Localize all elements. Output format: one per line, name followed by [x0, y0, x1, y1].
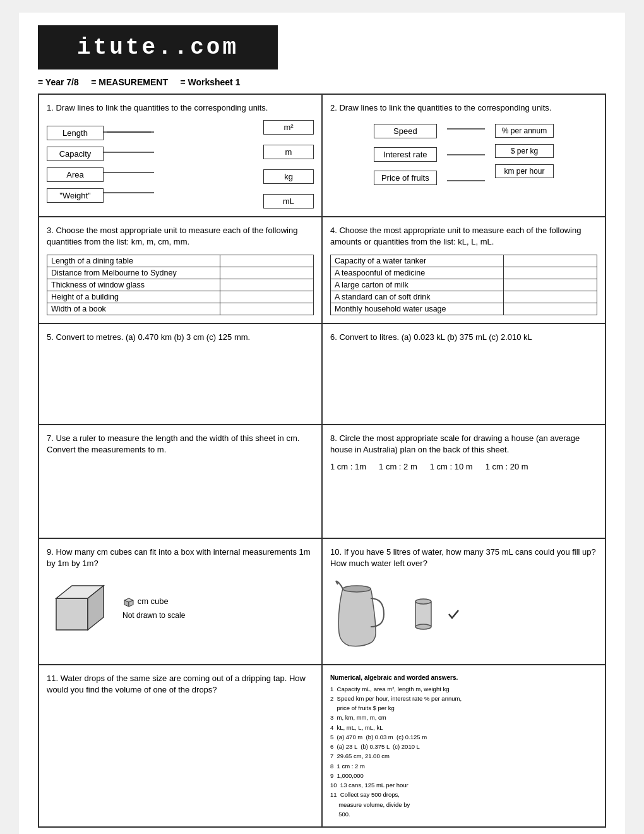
q4-row2-label: A large carton of milk: [331, 279, 504, 291]
q2-right-1: $ per kg: [495, 144, 554, 158]
answer-line-8: 9 1,000,000: [330, 771, 597, 780]
q10-content: [330, 579, 597, 649]
table-row: A large carton of milk: [331, 279, 597, 291]
q1-right-0: m²: [263, 120, 314, 135]
header-line: = Year 7/8 = MEASUREMENT = Worksheet 1: [38, 77, 606, 87]
q9-title: 9. How many cm cubes can fit into a box …: [47, 547, 314, 569]
table-row: Thickness of window glass: [47, 279, 314, 291]
table-row: Monthly household water usage: [331, 303, 597, 315]
page: itute..com = Year 7/8 = MEASUREMENT = Wo…: [19, 13, 625, 834]
q2-left-0: Speed: [374, 124, 437, 138]
q1-left-0: Length: [47, 126, 104, 140]
answer-line-3: 4 kL, mL, L, mL, kL: [330, 723, 597, 732]
header-worksheet: = Worksheet 1: [180, 77, 240, 87]
answers-list: 1 Capacity mL, area m², length m, weight…: [330, 685, 597, 819]
svg-marker-8: [56, 598, 88, 630]
answer-line-4: 5 (a) 470 m (b) 0.03 m (c) 0.125 m: [330, 733, 597, 742]
q9-cell: 9. How many cm cubes can fit into a box …: [39, 538, 322, 665]
header-subject: = MEASUREMENT: [91, 77, 168, 87]
q2-lines-svg: [447, 120, 485, 190]
q8-cell: 8. Circle the most appropriate scale for…: [322, 425, 605, 538]
small-can-svg: [412, 595, 434, 633]
answers-section: Numerical, algebraic and worded answers.…: [330, 673, 597, 819]
answer-line-10: 11 Collect say 500 drops,: [330, 790, 597, 799]
q8-title: 8. Circle the most appropriate scale for…: [330, 433, 597, 456]
q4-cell: 4. Choose the most appropriate unit to m…: [322, 217, 605, 323]
small-cube-icon: [122, 596, 135, 608]
q1-lines-svg: [104, 123, 263, 205]
q1-cell: 1. Draw lines to link the quantities to …: [39, 94, 322, 217]
q9-cube-label-area: cm cube Not drawn to scale: [122, 596, 185, 620]
q11-title: 11. Water drops of the same size are com…: [47, 673, 314, 696]
svg-point-16: [415, 599, 431, 604]
q3-row2-answer: [220, 279, 314, 291]
answer-line-1: 2 Speed km per hour, interest rate % per…: [330, 694, 597, 703]
q7-cell: 7. Use a ruler to measure the length and…: [39, 425, 322, 538]
answers-title: Numerical, algebraic and worded answers.: [330, 673, 597, 682]
q4-table: Capacity of a water tanker A teaspoonful…: [330, 255, 597, 315]
q1-right-2: kg: [263, 169, 314, 184]
q5-cell: 5. Convert to metres. (a) 0.470 km (b) 3…: [39, 323, 322, 425]
answer-line-5: 6 (a) 23 L (b) 0.375 L (c) 2010 L: [330, 742, 597, 751]
q4-row0-label: Capacity of a water tanker: [331, 255, 504, 267]
q2-right-2: km per hour: [495, 164, 554, 178]
q3-row0-label: Length of a dining table: [47, 255, 220, 267]
q4-row0-answer: [504, 255, 597, 267]
q2-cell: 2. Draw lines to link the quantities to …: [322, 94, 605, 217]
answer-line-9: 10 13 cans, 125 mL per hour: [330, 781, 597, 790]
q1-right-1: m: [263, 145, 314, 159]
q7-title: 7. Use a ruler to measure the length and…: [47, 433, 314, 456]
q10-cell: 10. If you have 5 litres of water, how m…: [322, 538, 605, 665]
q2-left-col: Speed Interest rate Price of fruits: [374, 124, 437, 185]
q2-right-0: % per annum: [495, 124, 554, 138]
table-row: Width of a book: [47, 303, 314, 315]
main-grid: 1. Draw lines to link the quantities to …: [38, 94, 606, 828]
logo-box: itute..com: [38, 25, 278, 70]
q1-right-3: mL: [263, 194, 314, 208]
answer-line-0: 1 Capacity mL, area m², length m, weight…: [330, 685, 597, 694]
water-jug-svg: [330, 579, 387, 649]
table-row: Height of a building: [47, 291, 314, 303]
q1-left-3: "Weight": [47, 188, 104, 203]
answer-line-7: 8 1 cm : 2 m: [330, 762, 597, 771]
q4-row4-label: Monthly household water usage: [331, 303, 504, 315]
q4-row3-label: A standard can of soft drink: [331, 291, 504, 303]
table-row: Length of a dining table: [47, 255, 314, 267]
q9-note: Not drawn to scale: [122, 611, 185, 620]
q8-scale-1: 1 cm : 2 m: [379, 462, 417, 471]
q6-cell: 6. Convert to litres. (a) 0.023 kL (b) 3…: [322, 323, 605, 425]
answers-cell: Numerical, algebraic and worded answers.…: [322, 665, 605, 828]
q9-cube-label: cm cube: [138, 596, 169, 606]
q4-title: 4. Choose the most appropriate unit to m…: [330, 225, 597, 248]
q4-row4-answer: [504, 303, 597, 315]
checkmark-icon: [447, 608, 460, 620]
q2-right-col: % per annum $ per kg km per hour: [495, 124, 554, 178]
q8-scale-0: 1 cm : 1m: [330, 462, 366, 471]
q3-row4-label: Width of a book: [47, 303, 220, 315]
q3-row2-label: Thickness of window glass: [47, 279, 220, 291]
q3-row1-answer: [220, 267, 314, 279]
q2-left-1: Interest rate: [374, 147, 437, 162]
q4-row2-answer: [504, 279, 597, 291]
svg-point-14: [343, 586, 371, 592]
q1-left-2: Area: [47, 167, 104, 182]
logo-text: itute..com: [77, 35, 239, 61]
cube-3d-svg: [47, 579, 110, 636]
q3-row3-label: Height of a building: [47, 291, 220, 303]
q1-left-1: Capacity: [47, 147, 104, 161]
table-row: A teaspoonful of medicine: [331, 267, 597, 279]
svg-point-17: [415, 624, 431, 629]
q1-left-col: Length Capacity Area "Weight": [47, 126, 104, 203]
table-row: Capacity of a water tanker: [331, 255, 597, 267]
table-row: A standard can of soft drink: [331, 291, 597, 303]
q3-table: Length of a dining table Distance from M…: [47, 255, 314, 315]
q8-scale-2: 1 cm : 10 m: [430, 462, 473, 471]
q11-cell: 11. Water drops of the same size are com…: [39, 665, 322, 828]
header-year: = Year 7/8: [38, 77, 79, 87]
table-row: Distance from Melbourne to Sydney: [47, 267, 314, 279]
q4-row1-answer: [504, 267, 597, 279]
q8-scale-3: 1 cm : 20 m: [486, 462, 528, 471]
q3-row0-answer: [220, 255, 314, 267]
answer-line-10c: 500.: [330, 810, 597, 819]
q4-row1-label: A teaspoonful of medicine: [331, 267, 504, 279]
